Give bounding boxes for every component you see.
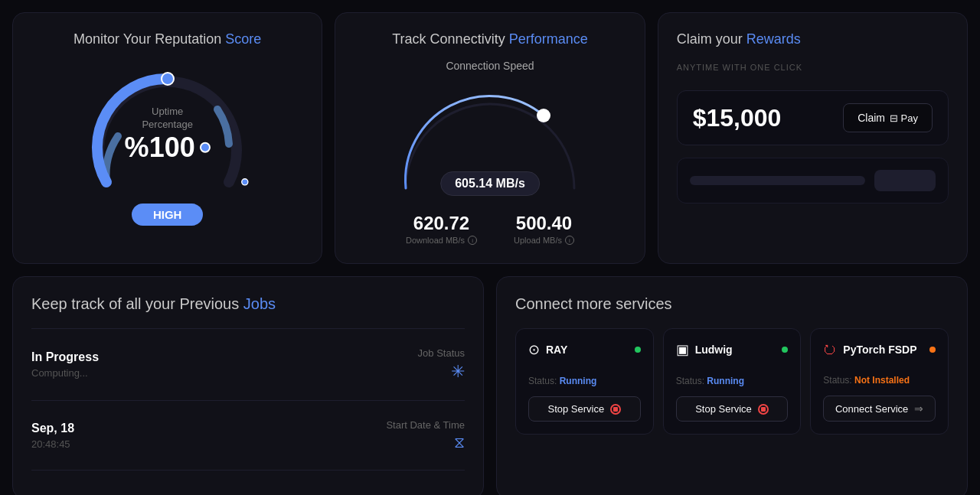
- service-item-ray: ⊙ RAY Status: Running Stop Service: [515, 328, 654, 435]
- stop-icon: [610, 404, 621, 415]
- rewards-title: Claim your Rewards: [677, 31, 949, 47]
- claim-label: Claim: [858, 112, 885, 124]
- pytorch-status-row: Status: Not Installed: [823, 373, 936, 386]
- reputation-card: Monitor Your Reputation Score UptimePerc…: [12, 12, 322, 264]
- current-speed: 605.14 MB/s: [440, 171, 540, 196]
- gauge-container: UptimePercentage %100: [83, 60, 252, 197]
- download-value: 620.72: [406, 213, 477, 234]
- speed-gauge: 605.14 MB/s: [390, 81, 590, 204]
- svg-point-0: [162, 73, 174, 85]
- rewards-amount: $15,000: [693, 104, 831, 132]
- download-label: Download MB/s i: [406, 236, 477, 245]
- service-name-row-pytorch: ⭮ PyTorch FSDP: [823, 341, 916, 357]
- pytorch-status-label: Status:: [823, 375, 854, 386]
- job-divider-1: [31, 328, 465, 329]
- apple-pay-icon: ⊟ Pay: [890, 112, 918, 124]
- reputation-title: Monitor Your Reputation Score: [74, 31, 261, 47]
- connection-speed-label: Connection Speed: [446, 60, 534, 72]
- ray-status-value: Running: [560, 376, 597, 386]
- ray-status-label: Status:: [528, 376, 560, 386]
- ludwig-status-dot: [782, 347, 788, 353]
- pytorch-service-name: PyTorch FSDP: [843, 344, 916, 356]
- svg-point-1: [241, 179, 247, 185]
- services-card: Connect more services ⊙ RAY Status: Runn…: [496, 276, 968, 495]
- ludwig-stop-label: Stop Service: [695, 403, 752, 415]
- placeholder-bar-1: [690, 176, 865, 185]
- claim-button[interactable]: Claim ⊟ Pay: [843, 103, 933, 132]
- pytorch-status-dot: [929, 347, 936, 353]
- placeholder-btn: [874, 170, 936, 191]
- jobs-card: Keep track of all your Previous Jobs In …: [12, 276, 484, 495]
- ludwig-stop-icon: [758, 404, 769, 415]
- pytorch-status-value: Not Installed: [854, 375, 910, 386]
- service-header-ludwig: ▣ Ludwig: [676, 341, 789, 358]
- jobs-title-plain: Keep track of all your Previous: [31, 295, 239, 312]
- ray-logo-icon: ⊙: [528, 341, 540, 358]
- ray-status-dot: [635, 347, 641, 353]
- job-status-row: In Progress Computing... Job Status ✳: [31, 338, 465, 391]
- download-info-icon[interactable]: i: [468, 236, 477, 245]
- ray-service-name: RAY: [546, 344, 567, 356]
- ray-status-row: Status: Running: [528, 373, 641, 387]
- upload-label: Upload MB/s i: [514, 236, 574, 245]
- rewards-placeholder: [677, 158, 949, 204]
- job-status-left: In Progress Computing...: [31, 350, 418, 379]
- service-header-pytorch: ⭮ PyTorch FSDP: [823, 341, 936, 357]
- rewards-subtitle: ANYTIME WITH ONE CLICK: [677, 63, 949, 72]
- job-date-row: Sep, 18 20:48:45 Start Date & Time ⧖: [31, 410, 465, 461]
- connectivity-card: Track Connectivity Performance Connectio…: [335, 12, 645, 264]
- gauge-dot: [200, 142, 211, 152]
- service-item-pytorch: ⭮ PyTorch FSDP Status: Not Installed Con…: [810, 328, 949, 435]
- jobs-title-highlight: Jobs: [243, 295, 276, 312]
- gauge-center: UptimePercentage %100: [125, 106, 211, 164]
- job-status-value: In Progress: [31, 350, 418, 364]
- ray-stop-button[interactable]: Stop Service: [528, 396, 641, 422]
- job-date-left: Sep, 18 20:48:45: [31, 422, 386, 450]
- rewards-card: Claim your Rewards ANYTIME WITH ONE CLIC…: [658, 12, 968, 264]
- uptime-value: %100: [125, 131, 211, 163]
- ludwig-stop-button[interactable]: Stop Service: [676, 396, 789, 422]
- job-status-right: Job Status ✳: [418, 347, 465, 382]
- uptime-label: UptimePercentage: [125, 106, 211, 132]
- job-divider-3: [31, 470, 465, 471]
- ludwig-status-label: Status:: [676, 376, 707, 386]
- service-header-ray: ⊙ RAY: [528, 341, 641, 358]
- ludwig-status-value: Running: [707, 376, 744, 386]
- ray-stop-label: Stop Service: [547, 403, 604, 415]
- connect-icon: ⇒: [914, 402, 923, 415]
- job-status-sub: Computing...: [31, 367, 418, 379]
- job-date-value: Sep, 18: [31, 422, 386, 435]
- ludwig-logo-icon: ▣: [676, 341, 689, 358]
- pytorch-connect-label: Connect Service: [835, 403, 908, 415]
- upload-stat: 500.40 Upload MB/s i: [514, 213, 574, 245]
- spinner-icon: ✳: [451, 362, 465, 382]
- pytorch-connect-button[interactable]: Connect Service ⇒: [823, 396, 936, 422]
- rewards-amount-row: $15,000 Claim ⊟ Pay: [677, 90, 949, 145]
- job-date-label: Start Date & Time: [386, 419, 465, 431]
- service-name-row-ray: ⊙ RAY: [528, 341, 567, 358]
- reputation-title-highlight: Score: [225, 31, 261, 47]
- jobs-title: Keep track of all your Previous Jobs: [31, 295, 465, 313]
- job-status-label: Job Status: [418, 347, 465, 359]
- upload-info-icon[interactable]: i: [565, 236, 574, 245]
- job-date-right: Start Date & Time ⧖: [386, 419, 465, 451]
- ludwig-service-name: Ludwig: [695, 344, 733, 356]
- rewards-title-highlight: Rewards: [746, 31, 801, 47]
- services-grid: ⊙ RAY Status: Running Stop Service: [515, 328, 949, 435]
- job-time-value: 20:48:45: [31, 438, 386, 450]
- hourglass-icon: ⧖: [454, 434, 465, 451]
- stop-inner: [613, 407, 618, 412]
- service-name-row-ludwig: ▣ Ludwig: [676, 341, 733, 358]
- pytorch-logo-icon: ⭮: [823, 341, 837, 357]
- connectivity-title-highlight: Performance: [509, 31, 588, 47]
- job-divider-2: [31, 400, 465, 401]
- download-stat: 620.72 Download MB/s i: [406, 213, 477, 245]
- reputation-title-plain: Monitor Your Reputation: [74, 31, 221, 47]
- connectivity-title: Track Connectivity Performance: [392, 31, 587, 47]
- services-title: Connect more services: [515, 295, 949, 313]
- connectivity-title-plain: Track Connectivity: [392, 31, 505, 47]
- upload-value: 500.40: [514, 213, 574, 234]
- service-item-ludwig: ▣ Ludwig Status: Running Stop Service: [663, 328, 802, 435]
- ludwig-stop-inner: [761, 407, 766, 412]
- ludwig-status-row: Status: Running: [676, 373, 789, 387]
